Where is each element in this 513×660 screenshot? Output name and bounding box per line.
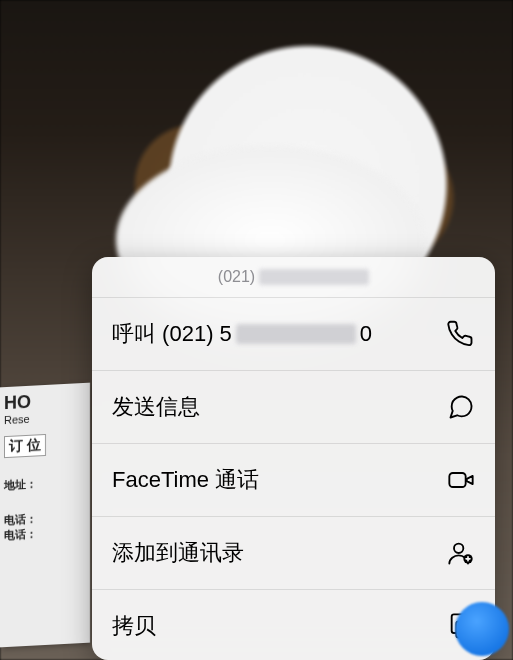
card-text: 地址： <box>4 477 37 491</box>
menu-facetime-label: FaceTime 通话 <box>112 465 259 495</box>
menu-message[interactable]: 发送信息 <box>92 370 495 443</box>
svg-point-1 <box>454 544 463 553</box>
card-text: 电话： <box>4 512 37 526</box>
background-card: HO Rese 订 位 地址： 电话： 电话： <box>0 383 90 648</box>
card-text: Rese <box>4 413 30 426</box>
svg-rect-0 <box>449 473 465 487</box>
menu-call-label-prefix: 呼叫 (021) 5 <box>112 319 232 349</box>
message-icon <box>447 393 475 421</box>
floating-action-bubble[interactable] <box>455 602 509 656</box>
sheet-header: (021) <box>92 257 495 297</box>
header-phone-masked <box>259 269 369 285</box>
menu-call[interactable]: 呼叫 (021) 5 0 <box>92 297 495 370</box>
card-text: HO <box>4 392 31 413</box>
video-icon <box>447 466 475 494</box>
menu-call-masked <box>236 324 356 344</box>
menu-copy-label: 拷贝 <box>112 611 156 641</box>
menu-facetime[interactable]: FaceTime 通话 <box>92 443 495 516</box>
phone-icon <box>447 320 475 348</box>
add-contact-icon <box>447 539 475 567</box>
menu-call-label-suffix: 0 <box>360 321 372 347</box>
menu-copy[interactable]: 拷贝 <box>92 589 495 660</box>
context-menu-sheet: (021) 呼叫 (021) 5 0 发送信息 FaceTime 通话 <box>92 257 495 660</box>
menu-add-contact[interactable]: 添加到通讯录 <box>92 516 495 589</box>
card-text: 订 位 <box>9 436 41 454</box>
menu-add-contact-label: 添加到通讯录 <box>112 538 244 568</box>
card-text: 电话： <box>4 527 37 541</box>
menu-message-label: 发送信息 <box>112 392 200 422</box>
header-phone-prefix: (021) <box>218 268 255 286</box>
